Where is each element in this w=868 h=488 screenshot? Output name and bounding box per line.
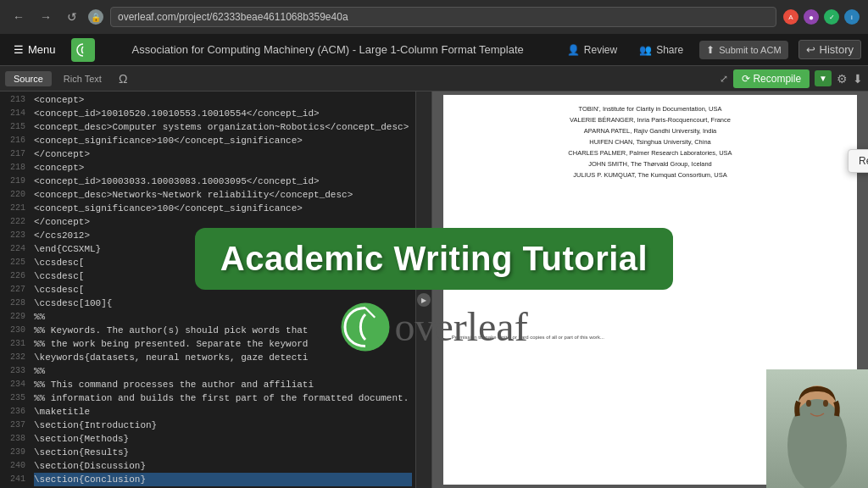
- expand-icon[interactable]: ⤢: [720, 73, 728, 85]
- ext-icon-2: ●: [804, 9, 819, 25]
- back-button[interactable]: ←: [8, 8, 29, 25]
- review-icon: 👤: [567, 44, 580, 56]
- omega-button[interactable]: Ω: [114, 70, 132, 87]
- download-icon[interactable]: ⬇: [853, 72, 863, 86]
- lock-icon: 🔒: [88, 9, 103, 25]
- svg-point-4: [806, 400, 811, 407]
- submit-button[interactable]: ⬆ Submit to ACM: [699, 41, 787, 59]
- recompile-dropdown-button[interactable]: ▼: [815, 70, 832, 86]
- menu-button[interactable]: ☰ Menu: [7, 40, 63, 59]
- editor-divider: ◀ ▶: [415, 92, 432, 488]
- person-silhouette: [766, 369, 868, 488]
- share-icon: 👥: [639, 44, 652, 56]
- url-bar[interactable]: [110, 7, 776, 27]
- pdf-body-text: Permission to make digital or hard copie…: [452, 333, 849, 341]
- browser-toolbar: ← → ↺ 🔒 A ● ✓ i: [0, 0, 868, 34]
- recompile-tooltip: Recompile the PDF (Cmd + Enter): [848, 149, 868, 173]
- recompile-button[interactable]: ⟳ Recompile: [733, 69, 810, 88]
- refresh-button[interactable]: ↺: [63, 8, 81, 25]
- forward-button[interactable]: →: [36, 8, 56, 25]
- document-title: Association for Computing Machinery (ACM…: [103, 43, 553, 56]
- person-svg: [775, 378, 860, 488]
- ext-icon-3: ✓: [824, 9, 839, 25]
- code-content[interactable]: <concept> <concept_id>10010520.10010553.…: [31, 92, 415, 488]
- editor-toolbar: Source Rich Text Ω ⤢ ⟳ Recompile ▼ ⚙ ⬇: [0, 66, 868, 92]
- source-tab[interactable]: Source: [5, 71, 52, 86]
- submit-icon: ⬆: [706, 44, 715, 56]
- overleaf-logo: [71, 38, 95, 62]
- history-button[interactable]: ↩ History: [798, 40, 861, 59]
- overleaf-toolbar: ☰ Menu Association for Computing Machine…: [0, 34, 868, 66]
- history-icon: ↩: [806, 43, 815, 56]
- pdf-authors: TOBIN', Institute for Clarity in Documen…: [452, 103, 849, 180]
- menu-label: Menu: [28, 43, 56, 56]
- ext-icon-4: i: [844, 9, 860, 25]
- share-button[interactable]: 👥 Share: [633, 42, 689, 58]
- code-lines: 2132142152162172182192202212222232242252…: [0, 92, 415, 488]
- pdf-settings-icon[interactable]: ⚙: [837, 72, 848, 86]
- richtext-tab[interactable]: Rich Text: [55, 71, 110, 86]
- browser-extension-icons: A ● ✓ i: [783, 9, 860, 25]
- code-editor[interactable]: 2132142152162172182192202212222232242252…: [0, 92, 415, 488]
- editor-right-tools: ⤢ ⟳ Recompile ▼ ⚙ ⬇: [720, 69, 863, 88]
- review-button[interactable]: 👤 Review: [561, 42, 623, 58]
- toolbar-right: 👤 Review 👥 Share ⬆ Submit to ACM ↩ Histo…: [561, 40, 861, 59]
- hamburger-icon: ☰: [14, 43, 24, 56]
- line-numbers: 2132142152162172182192202212222232242252…: [0, 92, 31, 488]
- ext-icon-1: A: [783, 9, 798, 25]
- collapse-right-button[interactable]: ▶: [417, 293, 431, 307]
- svg-point-5: [823, 400, 828, 407]
- main-content: 2132142152162172182192202212222232242252…: [0, 92, 868, 488]
- presenter-video: [766, 369, 868, 488]
- collapse-left-button[interactable]: ◀: [417, 273, 431, 286]
